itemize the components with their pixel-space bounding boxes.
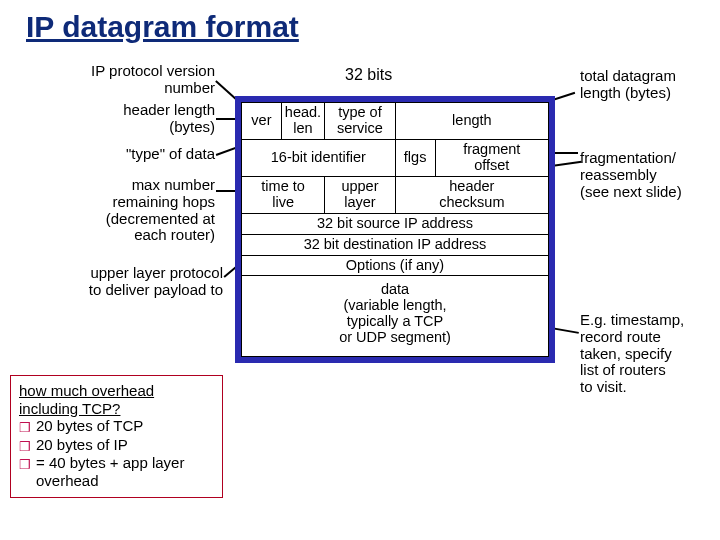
bits-width-label: 32 bits — [345, 66, 392, 84]
ann-version: IP protocol version number — [40, 63, 215, 97]
field-length: length — [395, 103, 548, 140]
diagram-stage: 32 bits IP protocol version number heade… — [0, 60, 720, 540]
field-tos: type of service — [325, 103, 396, 140]
field-checksum: header checksum — [395, 176, 548, 213]
ann-header-length: header length (bytes) — [40, 102, 215, 136]
bullet-icon: ❒ — [19, 439, 31, 454]
field-ttl: time to live — [242, 176, 325, 213]
ip-header-diagram: ver head. len type of service length 16-… — [235, 96, 555, 363]
field-data: data (variable length, typically a TCP o… — [242, 276, 549, 357]
ann-fragmentation: fragmentation/ reassembly (see next slid… — [580, 150, 715, 200]
field-hlen: head. len — [281, 103, 324, 140]
field-source-ip: 32 bit source IP address — [242, 213, 549, 234]
field-flags: flgs — [395, 139, 435, 176]
ann-ttl: max number remaining hops (decremented a… — [40, 177, 215, 244]
field-dest-ip: 32 bit destination IP address — [242, 234, 549, 255]
ann-options: E.g. timestamp, record route taken, spec… — [580, 312, 715, 396]
field-identifier: 16-bit identifier — [242, 139, 396, 176]
field-upper-layer: upper layer — [325, 176, 396, 213]
ip-header-table: ver head. len type of service length 16-… — [241, 102, 549, 357]
overhead-question-box: how much overhead including TCP? ❒20 byt… — [10, 375, 223, 498]
ann-type-of-data: "type" of data — [40, 146, 215, 163]
overhead-bullet-2: ❒20 bytes of IP — [19, 436, 214, 454]
overhead-bullet-3: ❒= 40 bytes + app layer overhead — [19, 454, 214, 489]
field-fragment-offset: fragment offset — [435, 139, 548, 176]
bullet-icon: ❒ — [19, 457, 31, 472]
page-title: IP datagram format — [0, 0, 720, 44]
ann-total-length: total datagram length (bytes) — [580, 68, 715, 102]
bullet-icon: ❒ — [19, 420, 31, 435]
overhead-question: how much overhead including TCP? — [19, 382, 214, 417]
ann-upper-layer: upper layer protocol to deliver payload … — [28, 265, 223, 299]
field-ver: ver — [242, 103, 282, 140]
overhead-bullet-1: ❒20 bytes of TCP — [19, 417, 214, 435]
field-options: Options (if any) — [242, 255, 549, 276]
